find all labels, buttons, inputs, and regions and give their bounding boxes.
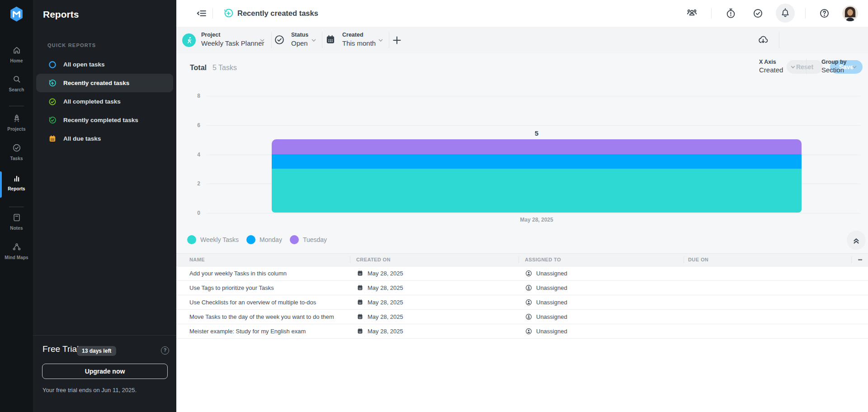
rail-item-label: Home (0, 58, 33, 63)
rail-item-reports[interactable]: Reports (0, 173, 33, 191)
total-value: 5 Tasks (212, 64, 237, 72)
meistertask-logo[interactable] (8, 6, 25, 23)
unassigned-avatar-icon (525, 298, 533, 306)
time-tracking-icon[interactable] (725, 8, 736, 19)
assigned-to-cell[interactable]: Unassigned (519, 284, 684, 292)
unassigned-avatar-icon (525, 327, 533, 335)
created-filter-label: Created (342, 32, 363, 38)
table-row[interactable]: Use Tags to prioritize your TasksMay 28,… (176, 281, 868, 295)
add-filter-icon[interactable] (391, 34, 403, 46)
table-row[interactable]: Move Tasks to the day of the week you wa… (176, 310, 868, 324)
sidebar-item-recently-created-tasks[interactable]: Recently created tasks (36, 74, 173, 92)
calendar-icon (356, 298, 364, 306)
task-name-cell[interactable]: Use Tags to prioritize your Tasks (176, 284, 350, 291)
unassigned-avatar-icon (525, 284, 533, 292)
stacked-bar[interactable] (272, 139, 802, 213)
rail-item-home[interactable]: Home (0, 45, 33, 63)
quick-reports-label: QUICK REPORTS (47, 43, 96, 48)
created-filter-value[interactable]: This month (342, 39, 376, 47)
chevron-down-icon[interactable] (852, 64, 857, 70)
rail-divider (9, 106, 24, 106)
sidebar-item-all-open-tasks[interactable]: All open tasks (36, 55, 173, 74)
bar-segment-weekly-tasks[interactable] (272, 169, 802, 213)
completed-check-icon (48, 97, 57, 106)
active-nav-indicator (0, 171, 2, 198)
y-tick: 0 (188, 210, 200, 216)
legend-item[interactable]: Tuesday (290, 235, 327, 244)
column-header-created-on[interactable]: CREATED ON (350, 256, 519, 263)
header-divider (805, 8, 806, 19)
more-columns-icon[interactable]: ••• (852, 256, 868, 263)
bell-icon (780, 8, 791, 19)
status-filter-label: Status (291, 32, 308, 38)
task-name-cell[interactable]: Move Tasks to the day of the week you wa… (176, 313, 350, 320)
task-name-cell[interactable]: Use Checklists for an overview of multip… (176, 299, 350, 306)
rail-item-search[interactable]: Search (0, 74, 33, 92)
y-tick: 4 (188, 152, 200, 158)
created-on-cell: May 28, 2025 (350, 298, 519, 306)
table-row[interactable]: Meister example: Study for my English ex… (176, 324, 868, 339)
sidebar-item-recently-completed-tasks[interactable]: Recently completed tasks (36, 111, 173, 129)
chevron-down-icon[interactable] (259, 38, 265, 43)
rail-item-notes[interactable]: Notes (0, 213, 33, 231)
y-tick: 8 (188, 93, 200, 99)
trial-help-icon[interactable]: ? (161, 346, 169, 355)
chevron-down-icon[interactable] (311, 38, 316, 43)
filter-divider (779, 32, 779, 48)
rail-item-mindmaps[interactable]: Mind Maps (0, 242, 33, 260)
chevron-down-icon[interactable] (790, 64, 796, 70)
created-on-cell: May 28, 2025 (350, 313, 519, 321)
status-filter-value[interactable]: Open (291, 39, 308, 47)
legend-label: Monday (259, 236, 282, 243)
project-filter-label: Project (201, 32, 220, 38)
rail-item-tasks[interactable]: Tasks (0, 143, 33, 161)
my-tasks-icon[interactable] (752, 8, 764, 19)
rail-item-label: Reports (0, 186, 33, 191)
collapse-chart-button[interactable] (847, 231, 866, 250)
group-by-value[interactable]: Section (821, 66, 844, 74)
assigned-to-cell[interactable]: Unassigned (519, 298, 684, 306)
help-icon[interactable] (819, 8, 830, 19)
sidebar-item-all-completed-tasks[interactable]: All completed tasks (36, 92, 173, 111)
trial-days-badge: 13 days left (77, 346, 116, 356)
assigned-to-cell[interactable]: Unassigned (519, 313, 684, 321)
notifications-button[interactable] (776, 4, 795, 23)
project-avatar[interactable] (182, 33, 196, 47)
table-row[interactable]: Add your weekly Tasks in this columnMay … (176, 266, 868, 281)
sidebar-title: Reports (43, 9, 79, 20)
reports-sidebar: Reports QUICK REPORTS All open tasks Rec… (33, 0, 176, 412)
x-axis-value[interactable]: Created (759, 66, 783, 74)
export-cloud-icon[interactable] (757, 34, 769, 46)
page-title: Recently created tasks (237, 9, 318, 18)
members-icon[interactable] (686, 8, 698, 19)
sidebar-item-label: All completed tasks (63, 98, 121, 105)
table-row[interactable]: Use Checklists for an overview of multip… (176, 295, 868, 310)
column-header-assigned-to[interactable]: ASSIGNED TO (519, 256, 684, 263)
sidebar-item-all-due-tasks[interactable]: All due tasks (36, 129, 173, 148)
assigned-to-cell[interactable]: Unassigned (519, 327, 684, 335)
rail-divider (9, 207, 24, 207)
legend-dot (187, 235, 196, 244)
axis-divider (806, 59, 807, 74)
legend-item[interactable]: Monday (246, 235, 282, 244)
chevron-down-icon[interactable] (378, 38, 383, 43)
task-name-cell[interactable]: Meister example: Study for my English ex… (176, 328, 350, 335)
x-axis-tick: May 28, 2025 (272, 217, 802, 223)
runner-icon (184, 36, 193, 45)
upgrade-now-button[interactable]: Upgrade now (42, 364, 168, 379)
assigned-to-cell[interactable]: Unassigned (519, 270, 684, 277)
task-name-cell[interactable]: Add your weekly Tasks in this column (176, 270, 350, 277)
bar-chart-icon (12, 173, 22, 183)
tasks-table: NAME CREATED ON ASSIGNED TO DUE ON ••• A… (176, 253, 868, 412)
filter-divider (322, 32, 322, 48)
bar-segment-monday[interactable] (272, 154, 802, 169)
user-avatar[interactable] (842, 5, 858, 21)
y-tick: 2 (188, 180, 200, 187)
legend-item[interactable]: Weekly Tasks (187, 235, 239, 244)
bar-segment-tuesday[interactable] (272, 139, 802, 154)
project-filter-value[interactable]: Weekly Task Planner (201, 39, 264, 47)
rail-item-projects[interactable]: Projects (0, 114, 33, 132)
collapse-sidebar-icon[interactable] (196, 8, 207, 19)
column-header-name[interactable]: NAME (176, 256, 350, 263)
column-header-due-on[interactable]: DUE ON (684, 256, 852, 263)
